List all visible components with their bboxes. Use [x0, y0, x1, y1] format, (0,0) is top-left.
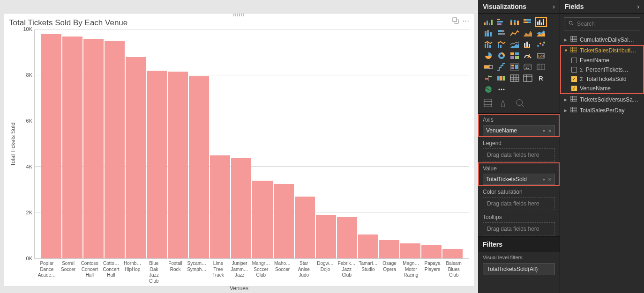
- viz-type-icon[interactable]: [522, 73, 534, 83]
- viz-type-icon[interactable]: [522, 28, 534, 38]
- field-venuename[interactable]: ✓ VenueName: [560, 84, 644, 93]
- svg-rect-7: [497, 23, 502, 25]
- checkbox-checked-icon[interactable]: ✓: [571, 86, 577, 91]
- filter-chip[interactable]: TotalTicketsSold(All): [483, 263, 555, 275]
- viz-type-icon[interactable]: [482, 39, 494, 50]
- chevron-down-icon[interactable]: ▾: [543, 177, 545, 182]
- chevron-right-icon[interactable]: ›: [637, 3, 639, 10]
- bar[interactable]: [274, 184, 294, 258]
- viz-type-icon[interactable]: [535, 39, 547, 50]
- fields-header[interactable]: Fields ›: [560, 0, 644, 14]
- viz-type-icon[interactable]: [482, 51, 494, 61]
- visualizations-header[interactable]: Visualizations ›: [478, 0, 560, 14]
- field-percenttickets[interactable]: Σ PercentTickets…: [560, 65, 644, 74]
- bar[interactable]: [231, 158, 251, 258]
- svg-rect-43: [524, 47, 530, 48]
- bar[interactable]: [358, 234, 378, 258]
- viz-type-icon[interactable]: [482, 28, 494, 38]
- fields-tab-icon[interactable]: [483, 98, 493, 110]
- svg-rect-67: [537, 64, 545, 70]
- bar[interactable]: [168, 72, 188, 258]
- bar[interactable]: [147, 71, 167, 258]
- axis-well[interactable]: Axis VenueName ▾✕: [478, 114, 560, 137]
- value-field-item[interactable]: TotalTicketsSold ▾✕: [483, 174, 555, 185]
- bar[interactable]: [41, 34, 61, 258]
- more-options-icon[interactable]: ⋯: [463, 17, 469, 24]
- checkbox-icon[interactable]: [571, 67, 577, 73]
- bar[interactable]: [189, 76, 209, 258]
- fields-search[interactable]: [564, 17, 640, 30]
- viz-type-icon[interactable]: [495, 39, 508, 50]
- svg-rect-5: [497, 19, 500, 20]
- bar[interactable]: [442, 249, 463, 258]
- viz-type-icon[interactable]: [522, 39, 534, 50]
- viz-type-icon[interactable]: [535, 17, 547, 27]
- bar[interactable]: [83, 39, 104, 258]
- chevron-right-icon[interactable]: ›: [553, 3, 555, 10]
- drag-handle-icon[interactable]: [233, 14, 245, 16]
- table-cumulative[interactable]: ▶ CumulativeDailySal…: [560, 34, 644, 45]
- viz-type-icon[interactable]: [482, 62, 494, 72]
- bar[interactable]: [379, 240, 399, 258]
- viz-type-icon[interactable]: 123: [535, 51, 547, 61]
- viz-type-icon[interactable]: [522, 17, 534, 27]
- table-ticketsales[interactable]: ▼ TicketSalesDistributi…: [560, 45, 644, 56]
- viz-type-icon[interactable]: [495, 28, 508, 38]
- tooltips-well[interactable]: Tooltips Drag data fields here: [478, 211, 560, 236]
- viz-type-icon[interactable]: [482, 73, 494, 83]
- bar[interactable]: [62, 37, 82, 258]
- viz-type-icon[interactable]: [509, 73, 521, 83]
- axis-field-item[interactable]: VenueName ▾✕: [483, 125, 555, 136]
- viz-type-icon[interactable]: [495, 73, 508, 83]
- remove-field-icon[interactable]: ✕: [548, 128, 552, 133]
- bar[interactable]: [210, 155, 230, 258]
- x-tick-label: Fabrik…JazzClub: [336, 259, 358, 284]
- viz-type-icon[interactable]: [482, 84, 494, 95]
- viz-type-icon[interactable]: R: [535, 73, 547, 83]
- report-canvas[interactable]: ⋯ Total Tickets Sold By Each Venue Total…: [0, 0, 478, 293]
- viz-type-icon[interactable]: [509, 62, 521, 72]
- checkbox-checked-icon[interactable]: ✓: [571, 76, 577, 82]
- remove-field-icon[interactable]: ✕: [548, 177, 552, 182]
- sigma-icon: Σ: [580, 76, 583, 82]
- bar[interactable]: [421, 245, 442, 258]
- analytics-tab-icon[interactable]: [515, 98, 525, 110]
- field-eventname[interactable]: EventName: [560, 56, 644, 65]
- bar[interactable]: [252, 181, 272, 258]
- viz-type-icon[interactable]: [509, 17, 521, 27]
- svg-rect-20: [543, 19, 544, 25]
- bar[interactable]: [400, 243, 420, 258]
- viz-type-icon[interactable]: [535, 62, 547, 72]
- viz-type-icon[interactable]: [509, 39, 521, 50]
- format-tab-icon[interactable]: [499, 98, 509, 110]
- bar[interactable]: [105, 41, 125, 258]
- viz-type-icon[interactable]: [509, 51, 521, 61]
- viz-type-icon[interactable]: [535, 28, 547, 38]
- viz-type-icon[interactable]: Aa: [522, 62, 534, 72]
- table-totalsalesperday[interactable]: ▶ TotalSalesPerDay: [560, 105, 644, 116]
- viz-type-icon[interactable]: [482, 17, 494, 27]
- field-totaltickets[interactable]: ✓ Σ TotalTicketsSold: [560, 74, 644, 84]
- value-well[interactable]: Value TotalTicketsSold ▾✕: [478, 162, 560, 186]
- legend-well[interactable]: Legend Drag data fields here: [478, 137, 560, 162]
- focus-mode-icon[interactable]: [452, 17, 459, 24]
- bar[interactable]: [126, 57, 146, 258]
- checkbox-icon[interactable]: [571, 58, 577, 63]
- viz-type-icon[interactable]: [495, 62, 508, 72]
- visual-card[interactable]: ⋯ Total Tickets Sold By Each Venue Total…: [4, 13, 474, 286]
- search-input[interactable]: [577, 21, 644, 27]
- color-saturation-well[interactable]: Color saturation Drag data fields here: [478, 186, 560, 211]
- viz-type-icon[interactable]: [495, 84, 508, 95]
- bar[interactable]: [337, 217, 357, 258]
- viz-type-icon[interactable]: [495, 17, 508, 27]
- filters-header[interactable]: Filters: [478, 236, 560, 252]
- viz-type-icon[interactable]: [522, 51, 534, 61]
- bar[interactable]: [316, 215, 336, 258]
- table-ticketssoldversus[interactable]: ▶ TicketsSoldVersusSa…: [560, 94, 644, 105]
- viz-type-icon[interactable]: [509, 28, 521, 38]
- bar[interactable]: [295, 197, 315, 258]
- x-tick-label: PoplarDanceAcade…: [36, 259, 58, 284]
- chevron-down-icon[interactable]: ▾: [543, 128, 545, 133]
- viz-type-icon[interactable]: [495, 51, 508, 61]
- y-axis-label: Total Tickets Sold: [9, 29, 17, 259]
